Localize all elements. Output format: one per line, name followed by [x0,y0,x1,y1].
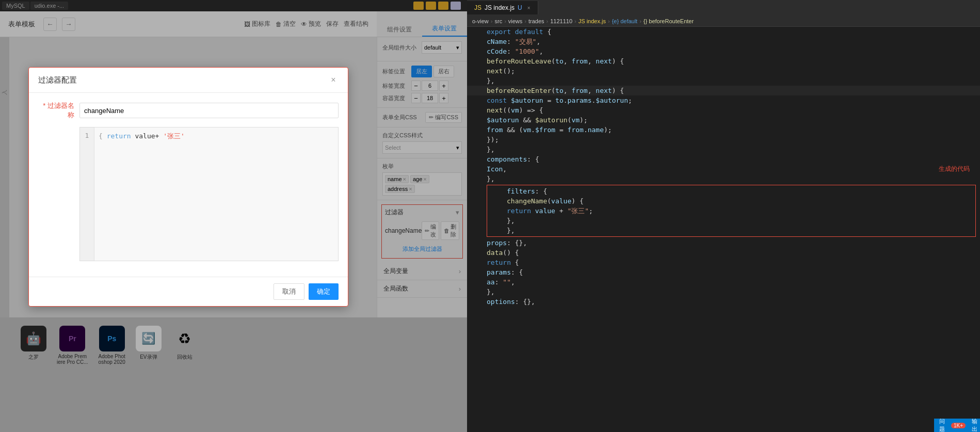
line-num-22 [467,238,487,248]
line-content-4: beforeRouteLeave(to, from, next) { [487,56,624,66]
vscode-breadcrumb: o-view › src › views › trades › 1121110 … [467,15,980,27]
line-content-25: params: { [487,267,523,277]
line-num-26 [467,277,487,287]
code-open-brace: { [99,132,107,140]
line-content-3: cCode: "1000", [487,46,543,56]
code-line-8: const $autorun = to.params.$autorun; [467,95,980,105]
filter-name-label: * 过滤器名称 [38,101,79,120]
code-line-7: beforeRouteEnter(to, from, next) { [467,86,980,95]
code-editor[interactable]: 1 { return value+ '张三' [79,127,339,261]
line-content-14: components: { [487,154,539,164]
code-line-21: }, [487,226,975,235]
breadcrumb-sep-5: › [574,18,576,24]
code-line-5: next(); [467,66,980,76]
line-content-10: $autorun && $autorun(vm); [487,115,588,125]
line-num-28 [467,297,487,307]
code-line-3: cCode: "1000", [467,46,980,56]
line-content-20: }, [507,216,515,226]
kw-string: '张三' [163,132,185,140]
breadcrumb-sep-3: › [524,18,526,24]
line-num-8 [467,95,487,105]
generated-code-box: filters: { changeName(value) { return va… [487,185,976,237]
line-content-9: next((vm) => { [487,105,543,115]
line-content-1: export default { [487,27,551,37]
modal-header: 过滤器配置 × [29,68,348,93]
modal-footer: 取消 确定 [29,277,348,306]
breadcrumb-views: views [508,18,523,24]
line-content-28: options: {}, [487,297,535,307]
code-line-16: }, [467,174,980,184]
code-line-4: beforeRouteLeave(to, from, next) { [467,56,980,66]
line-num-7 [467,86,487,95]
kw-return: return [107,132,135,140]
code-line-17: filters: { [487,186,975,196]
breadcrumb-src: src [494,18,502,24]
filter-name-input[interactable] [79,103,339,118]
breadcrumb-beforerouteenter: {} beforeRouteEnter [644,18,694,24]
breadcrumb-sep-4: › [547,18,549,24]
line-content-12: }); [487,135,499,145]
code-line-25: params: { [467,267,980,277]
status-problem-count: 1K+ [951,423,966,428]
line-content-6: }, [487,76,495,86]
line-num-2 [467,37,487,46]
line-num-12 [467,135,487,145]
line-number-1: 1 [82,132,92,139]
code-content-area[interactable]: { return value+ '张三' [94,127,338,261]
vscode-code-area: export default { cName: "交易", cCode: "10… [467,27,980,419]
line-num-24 [467,258,487,267]
line-content-21: }, [507,226,515,235]
line-content-26: aa: "", [487,277,515,287]
line-content-19: return value + "张三"; [507,206,593,216]
code-line-14: components: { [467,154,980,164]
line-num-23 [467,248,487,258]
code-editor-row: 1 { return value+ '张三' [38,127,339,261]
breadcrumb-sep-1: › [491,18,493,24]
vscode-tab-close-icon[interactable]: × [527,5,531,11]
code-line-28: options: {}, [467,297,980,307]
line-content-18: changeName(value) { [507,196,584,206]
vscode-status-bar: 问题 1K+ 输出 GITLENS 注释 终端 调试控制台 GITLENS 11… [934,419,980,432]
breadcrumb-sep-7: › [639,18,641,24]
line-num-4 [467,56,487,66]
line-content-8: const $autorun = to.params.$autorun; [487,95,632,105]
code-line-19: return value + "张三"; [487,206,975,216]
line-num-17 [487,186,507,196]
breadcrumb-sep-2: › [504,18,506,24]
line-num-11 [467,125,487,135]
line-content-11: from && (vm.$from = from.name); [487,125,612,135]
code-line-27: }, [467,287,980,297]
line-num-1 [467,27,487,37]
status-output[interactable]: 输出 [972,418,977,432]
filter-name-row: * 过滤器名称 [38,101,339,120]
breadcrumb-sep-6: › [608,18,610,24]
line-content-24: return { [487,258,519,267]
code-line-9: next((vm) => { [467,105,980,115]
breadcrumb-default: {e} default [612,18,638,24]
line-num-5 [467,66,487,76]
breadcrumb-oview: o-view [472,18,489,24]
vscode-tab-icon: JS [474,4,481,11]
confirm-button[interactable]: 确定 [309,283,339,300]
modal-close-button[interactable]: × [328,75,339,85]
kw-value: value [135,132,155,140]
cancel-button[interactable]: 取消 [274,283,304,300]
kw-plus: + [155,132,164,140]
filter-config-modal: 过滤器配置 × * 过滤器名称 1 { return value+ '张三' 取… [28,67,348,307]
code-line-1: export default { [467,27,980,37]
vscode-tabs: JS JS index.js U × [467,0,980,15]
code-line-11: from && (vm.$from = from.name); [467,125,980,135]
code-line-13: }, [467,145,980,154]
line-content-2: cName: "交易", [487,37,540,46]
line-content-16: }, [487,174,495,184]
line-num-6 [467,76,487,86]
vscode-tab-indexjs[interactable]: JS JS index.js U × [467,1,538,14]
line-content-5: next(); [487,66,515,76]
line-num-13 [467,145,487,154]
status-problems[interactable]: 问题 [939,418,945,432]
code-line-24: return { [467,258,980,267]
line-content-23: data() { [487,248,519,258]
line-num-9 [467,105,487,115]
code-gutter: 1 [80,127,94,261]
breadcrumb-trades: trades [528,18,544,24]
